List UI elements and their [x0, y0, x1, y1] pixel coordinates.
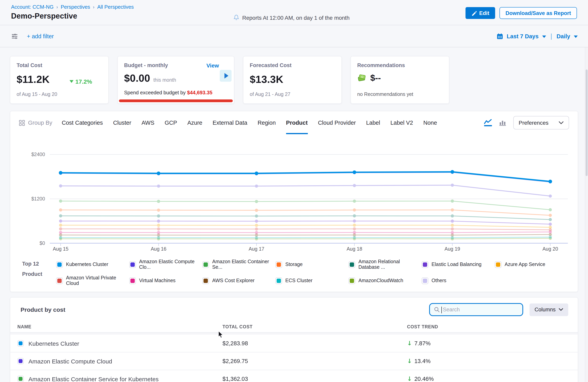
series-elastic-load-balancing — [59, 219, 552, 226]
scrollbar-thumb[interactable] — [586, 69, 588, 176]
edit-button[interactable]: Edit — [465, 7, 495, 19]
filter-sliders-icon[interactable] — [11, 33, 18, 40]
tab-cloud-provider[interactable]: Cloud Provider — [318, 111, 356, 134]
table-row[interactable]: Kubernetes Cluster$2,283.98↓7.87% — [10, 335, 578, 352]
budget-view-link[interactable]: View — [207, 62, 219, 69]
legend-swatch — [202, 261, 209, 268]
columns-button[interactable]: Columns — [529, 303, 568, 316]
svg-text:Aug 17: Aug 17 — [249, 246, 264, 251]
legend-swatch — [495, 261, 502, 268]
reports-note: Reports At 12:00 AM, on day 1 of the mon… — [233, 14, 350, 21]
tab-product[interactable]: Product — [286, 111, 308, 134]
tab-azure[interactable]: Azure — [187, 111, 202, 134]
trend-percent: 13.4% — [414, 358, 431, 364]
legend-swatch — [202, 277, 209, 284]
tab-label-v2[interactable]: Label V2 — [390, 111, 413, 134]
legend-swatch — [349, 261, 355, 268]
line-chart-toggle[interactable] — [484, 119, 492, 126]
add-filter-button[interactable]: + add filter — [27, 33, 54, 39]
search-icon — [434, 307, 440, 313]
breadcrumb-link[interactable]: Account: CCM-NG — [11, 4, 54, 10]
budget-exceeded-amount: $44,693.35 — [187, 90, 212, 96]
breadcrumb-link[interactable]: All Perspectives — [97, 4, 134, 10]
carousel-next-button[interactable] — [220, 70, 231, 82]
series-azure-app-service — [59, 224, 552, 229]
granularity-selector[interactable]: Daily — [557, 33, 570, 39]
legend-label: Amazon Elastic Container Se... — [212, 259, 275, 270]
tab-aws[interactable]: AWS — [142, 111, 154, 134]
table-row[interactable]: Amazon Elastic Container Service for Kub… — [10, 370, 578, 382]
chevron-down-icon[interactable] — [574, 35, 578, 38]
tab-gcp[interactable]: GCP — [165, 111, 177, 134]
money-icon — [357, 74, 367, 82]
total-cost-value: $11.2K — [17, 73, 50, 86]
product-name: Kubernetes Cluster — [28, 340, 79, 347]
chart-legend: Top 12 Product Kubernetes ClusterAmazon … — [10, 256, 578, 292]
legend-swatch — [422, 261, 428, 268]
legend-label: Storage — [285, 262, 303, 267]
budget-card: Budget - monthly View $0.00 this month S… — [117, 56, 234, 104]
legend-items: Kubernetes ClusterAmazon Elastic Compute… — [56, 258, 568, 286]
legend-item[interactable]: Amazon Relational Database ... — [349, 259, 422, 270]
breadcrumb-separator: › — [93, 4, 94, 10]
legend-swatch — [275, 261, 282, 268]
legend-swatch — [349, 277, 355, 284]
search-input[interactable] — [443, 307, 518, 313]
legend-item[interactable]: ECS Cluster — [275, 275, 349, 286]
legend-swatch — [129, 261, 136, 268]
tab-region[interactable]: Region — [258, 111, 276, 134]
table-row[interactable]: Amazon Elastic Compute Cloud$2,269.75↓13… — [10, 352, 578, 370]
cost-table: NAMETOTAL COSTCOST TREND Kubernetes Clus… — [10, 321, 578, 382]
column-header-name[interactable]: NAME — [17, 324, 222, 329]
svg-text:$2400: $2400 — [31, 152, 45, 157]
tab-cluster[interactable]: Cluster — [113, 111, 131, 134]
trend-percent: 7.87% — [414, 340, 431, 346]
legend-item[interactable]: Kubernetes Cluster — [56, 259, 129, 270]
series-kubernetes-cluster — [59, 170, 552, 183]
legend-item[interactable]: Others — [422, 275, 495, 286]
perspective-page: Account: CCM-NG›Perspectives›All Perspec… — [0, 0, 588, 382]
chevron-down-icon[interactable] — [542, 35, 546, 38]
tab-cost-categories[interactable]: Cost Categories — [62, 111, 103, 134]
total-cost-card: Total Cost $11.2K 17.2% of Aug 15 - Aug … — [10, 56, 109, 104]
mouse-cursor — [218, 331, 224, 339]
table-header-band — [10, 333, 578, 335]
vertical-scrollbar[interactable] — [585, 47, 588, 382]
date-range-selector[interactable]: Last 7 Days — [507, 33, 539, 39]
legend-swatch — [56, 261, 63, 268]
legend-item[interactable]: Elastic Load Balancing — [422, 259, 495, 270]
forecasted-cost-card: Forecasted Cost $13.3K of Aug 21 - Aug 2… — [243, 56, 342, 104]
divider: | — [550, 32, 552, 40]
recommendations-note: no Recommendations yet — [357, 92, 413, 97]
svg-text:Aug 15: Aug 15 — [53, 246, 68, 251]
total-cost-cell: $2,283.98 — [222, 340, 407, 346]
legend-item[interactable]: AWS Cost Explorer — [202, 275, 275, 286]
legend-item[interactable]: AmazonCloudWatch — [349, 275, 422, 286]
legend-item[interactable]: Amazon Elastic Container Se... — [202, 259, 275, 270]
legend-item[interactable]: Amazon Virtual Private Cloud — [56, 275, 129, 286]
bar-chart-toggle[interactable] — [499, 120, 506, 126]
column-header-total-cost[interactable]: TOTAL COST — [222, 324, 407, 329]
breadcrumb-link[interactable]: Perspectives — [61, 4, 90, 10]
tab-label[interactable]: Label — [366, 111, 380, 134]
cost-trend-chart[interactable]: $2400$1200$0Aug 15Aug 16Aug 17Aug 18Aug … — [10, 134, 578, 256]
download-save-report-button[interactable]: Download/Save as Report — [500, 7, 577, 19]
legend-label: Others — [432, 278, 446, 283]
svg-text:Aug 19: Aug 19 — [444, 246, 460, 251]
tab-external-data[interactable]: External Data — [213, 111, 247, 134]
table-header-row: NAMETOTAL COSTCOST TREND — [10, 321, 578, 333]
chevron-down-icon — [559, 308, 563, 311]
legend-label: ECS Cluster — [285, 278, 313, 283]
legend-item[interactable]: Virtual Machines — [129, 275, 202, 286]
legend-swatch — [56, 277, 63, 284]
legend-swatch — [275, 277, 282, 284]
total-cost-trend: 17.2% — [75, 78, 92, 85]
tab-none[interactable]: None — [423, 111, 437, 134]
legend-item[interactable]: Storage — [275, 259, 349, 270]
budget-progress-bar — [119, 99, 233, 102]
column-header-cost-trend[interactable]: COST TREND — [407, 324, 578, 329]
legend-item[interactable]: Azure App Service — [495, 259, 568, 270]
preferences-button[interactable]: Preferences — [513, 116, 569, 130]
legend-item[interactable]: Amazon Elastic Compute Clo... — [129, 259, 202, 270]
trend-down-icon — [69, 80, 73, 83]
